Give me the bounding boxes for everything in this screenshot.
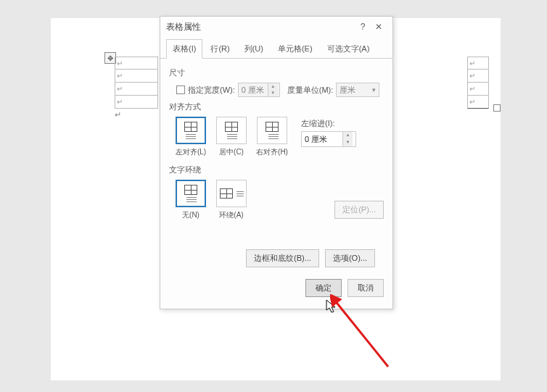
align-center-icon: [216, 117, 247, 144]
wrap-section-label: 文字环绕: [169, 164, 384, 175]
align-right-label: 右对齐(H): [256, 147, 288, 157]
tab-row[interactable]: 行(R): [204, 39, 236, 59]
table-resize-handle[interactable]: [493, 104, 501, 112]
align-right-option[interactable]: 右对齐(H): [255, 117, 289, 157]
background-table-right: ↵ ↵ ↵ ↵: [467, 57, 489, 109]
tab-alttext[interactable]: 可选文字(A): [321, 39, 377, 59]
wrap-around-icon: [216, 180, 247, 207]
size-row: 指定宽度(W): ▲ ▼ 度量单位(M): 厘米: [169, 83, 384, 97]
width-input[interactable]: [239, 86, 268, 94]
dialog-content: 尺寸 指定宽度(W): ▲ ▼ 度量单位(M): 厘米 对齐方式 左: [160, 59, 392, 273]
spinner-up-icon[interactable]: ▲: [268, 83, 278, 90]
align-left-icon: [176, 117, 206, 144]
indent-label: 左缩进(I):: [301, 118, 356, 129]
align-right-icon: [257, 117, 287, 144]
align-left-label: 左对齐(L): [176, 147, 206, 157]
wrap-around-option[interactable]: 环绕(A): [214, 180, 249, 220]
indent-input[interactable]: [302, 132, 342, 146]
width-checkbox-label: 指定宽度(W):: [188, 85, 235, 96]
unit-label: 度量单位(M):: [287, 85, 334, 96]
table-row: ↵: [467, 57, 489, 70]
indent-block: 左缩进(I): ▲ ▼: [301, 118, 356, 147]
table-row: ↵: [115, 57, 158, 70]
align-left-option[interactable]: 左对齐(L): [173, 117, 208, 157]
size-section-label: 尺寸: [169, 67, 384, 78]
align-section-label: 对齐方式: [169, 101, 384, 112]
options-button[interactable]: 选项(O)...: [325, 249, 375, 267]
tab-table[interactable]: 表格(I): [166, 39, 202, 59]
wrap-around-label: 环绕(A): [219, 210, 243, 220]
unit-dropdown[interactable]: 厘米: [336, 83, 379, 97]
wrap-row: 无(N) 环绕(A) 定位(P)...: [169, 180, 384, 220]
background-table: ↵ ↵ ↵ ↵: [115, 57, 158, 109]
align-center-label: 居中(C): [219, 147, 244, 157]
spinner-up-icon[interactable]: ▲: [343, 132, 353, 139]
tab-strip: 表格(I) 行(R) 列(U) 单元格(E) 可选文字(A): [160, 38, 392, 59]
paragraph-mark: ↵: [115, 110, 121, 120]
table-row: ↵: [467, 96, 489, 109]
table-row: ↵: [115, 83, 158, 96]
borders-button[interactable]: 边框和底纹(B)...: [246, 249, 319, 267]
table-row: ↵: [115, 96, 158, 109]
alignment-row: 左对齐(L) 居中(C) 右对齐(H) 左缩进(I): ▲: [169, 117, 384, 157]
cancel-button[interactable]: 取消: [347, 279, 384, 297]
spinner-down-icon[interactable]: ▼: [343, 139, 353, 146]
wrap-none-option[interactable]: 无(N): [173, 180, 208, 220]
ok-button[interactable]: 确定: [305, 279, 342, 297]
tab-column[interactable]: 列(U): [238, 39, 270, 59]
dialog-title: 表格属性: [166, 21, 201, 33]
wrap-none-label: 无(N): [182, 210, 200, 220]
indent-spinner[interactable]: ▲ ▼: [301, 131, 356, 147]
tab-cell[interactable]: 单元格(E): [271, 39, 319, 59]
table-properties-dialog: 表格属性 ? ✕ 表格(I) 行(R) 列(U) 单元格(E) 可选文字(A) …: [160, 16, 393, 309]
table-row: ↵: [467, 70, 489, 83]
dialog-titlebar: 表格属性 ? ✕: [160, 17, 392, 37]
unit-dropdown-value: 厘米: [340, 85, 355, 96]
position-button[interactable]: 定位(P)...: [334, 201, 384, 219]
width-checkbox[interactable]: [176, 86, 185, 94]
options-row: 边框和底纹(B)... 选项(O)...: [169, 249, 384, 267]
help-button[interactable]: ?: [355, 22, 371, 32]
close-button[interactable]: ✕: [371, 22, 387, 32]
spinner-down-icon[interactable]: ▼: [268, 90, 278, 96]
width-spinner[interactable]: ▲ ▼: [238, 83, 280, 97]
dialog-footer: 确定 取消: [160, 273, 392, 303]
wrap-none-icon: [176, 180, 206, 207]
table-row: ↵: [115, 70, 158, 83]
table-row: ↵: [467, 83, 489, 96]
align-center-option[interactable]: 居中(C): [214, 117, 249, 157]
